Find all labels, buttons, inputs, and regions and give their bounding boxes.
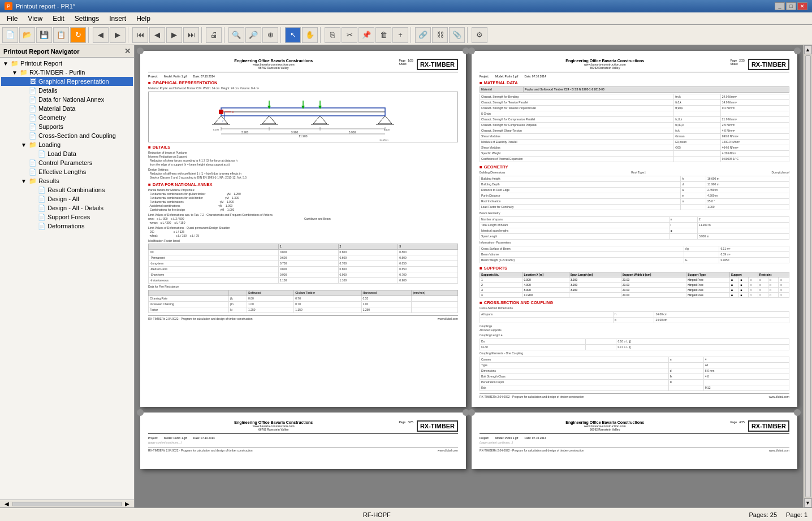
folder-icon: 📁 bbox=[28, 141, 37, 149]
tree-item-support-forces[interactable]: 📄 Support Forces bbox=[1, 212, 133, 222]
menu-edit[interactable]: Edit bbox=[48, 14, 69, 24]
tree-item-printout-report[interactable]: ▼ 📁 Printout Report bbox=[1, 59, 133, 68]
menu-view[interactable]: View bbox=[23, 14, 47, 24]
main-layout: Printout Report Navigator ✕ ▼ 📁 Printout… bbox=[0, 45, 812, 507]
save-button[interactable]: 💾 bbox=[36, 27, 52, 43]
expand-icon bbox=[19, 124, 28, 130]
toolbar-sep-1 bbox=[88, 27, 90, 43]
link-button[interactable]: 🔗 bbox=[415, 27, 431, 43]
page-4: Engineering Office Bavaria Constructions… bbox=[472, 413, 797, 469]
tree-item-result-combinations[interactable]: 📄 Result Combinations bbox=[1, 185, 133, 194]
next-button[interactable]: ▶ bbox=[166, 27, 182, 43]
zoomin-button[interactable]: 🔍 bbox=[228, 27, 244, 43]
content-area[interactable]: Engineering Office Bavaria Constructions… bbox=[135, 45, 803, 507]
unlink-button[interactable]: ⛓ bbox=[432, 27, 448, 43]
tree-item-graphical-representation[interactable]: 🖼 Graphical Representation bbox=[1, 77, 133, 86]
doc-icon: 📄 bbox=[28, 123, 37, 131]
first-button[interactable]: ⏮ bbox=[132, 27, 148, 43]
tree-item-design-all[interactable]: 📄 Design - All bbox=[1, 194, 133, 203]
pan-button[interactable]: ✋ bbox=[302, 27, 318, 43]
tree-item-control-parameters[interactable]: 📄 Control Parameters bbox=[1, 158, 133, 167]
tree-item-results[interactable]: ▼ 📁 Results bbox=[1, 176, 133, 185]
tree-item-supports[interactable]: 📄 Supports bbox=[1, 122, 133, 131]
insert-button[interactable]: + bbox=[392, 27, 408, 43]
saveas-button[interactable]: 📋 bbox=[53, 27, 69, 43]
tree-item-details[interactable]: 📄 Details bbox=[1, 86, 133, 95]
scroll-left[interactable]: ◀ bbox=[1, 501, 12, 507]
menu-insert[interactable]: Insert bbox=[105, 14, 131, 24]
expand-icon bbox=[19, 115, 28, 121]
page-meta-right-4: Page4/25 RX-TIMBER bbox=[730, 420, 789, 432]
copy-button[interactable]: ⎘ bbox=[325, 27, 340, 43]
svg-text:3.900: 3.900 bbox=[241, 131, 249, 134]
page-header-3: Engineering Office Bavaria Constructions… bbox=[148, 420, 458, 434]
section-supports: ■ SUPPORTS bbox=[480, 266, 789, 271]
maximize-button[interactable]: □ bbox=[786, 2, 796, 10]
zoomout-button[interactable]: 🔎 bbox=[245, 27, 261, 43]
settings-button[interactable]: ⚙ bbox=[472, 27, 487, 43]
zoomsel-button[interactable]: ⊕ bbox=[262, 27, 278, 43]
scroll-right[interactable]: ▶ bbox=[122, 501, 133, 507]
linkpage-button[interactable]: 📎 bbox=[449, 27, 465, 43]
tree-item-deformations[interactable]: 📄 Deformations bbox=[1, 222, 133, 231]
forward-button[interactable]: ▶ bbox=[110, 27, 126, 43]
scroll-up-button[interactable]: ▲ bbox=[804, 45, 812, 54]
national-annex-content: Partial factors for Material Properties:… bbox=[148, 188, 458, 212]
close-button[interactable]: ✕ bbox=[797, 2, 807, 10]
expand-icon[interactable]: ▼ bbox=[1, 60, 10, 67]
tree-label: Support Forces bbox=[46, 213, 133, 221]
tree-label: Load Data bbox=[46, 150, 133, 158]
tree-item-cross-section[interactable]: 📄 Cross-Section and Coupling bbox=[1, 131, 133, 140]
page-meta-right-3: Page3/25 RX-TIMBER bbox=[399, 420, 458, 432]
last-button[interactable]: ⏭ bbox=[183, 27, 199, 43]
nav-scroll-track[interactable] bbox=[12, 502, 122, 506]
paste-button[interactable]: 📌 bbox=[359, 27, 374, 43]
tree-item-geometry[interactable]: 📄 Geometry bbox=[1, 113, 133, 122]
menu-help[interactable]: Help bbox=[132, 14, 155, 24]
nav-scrollbar[interactable]: ◀ ▶ bbox=[0, 500, 134, 507]
tree-item-load-data[interactable]: 📄 Load Data bbox=[1, 149, 133, 158]
expand-icon[interactable]: ▼ bbox=[19, 142, 28, 148]
expand-icon bbox=[28, 196, 37, 202]
tree-item-effective-lengths[interactable]: 📄 Effective Lengths bbox=[1, 167, 133, 176]
menu-file[interactable]: File bbox=[2, 14, 22, 24]
delete-button[interactable]: 🗑 bbox=[375, 27, 391, 43]
minimize-button[interactable]: _ bbox=[775, 2, 785, 10]
page-3: Engineering Office Bavaria Constructions… bbox=[140, 413, 466, 469]
right-scrollbar[interactable]: ▲ ▼ bbox=[803, 45, 812, 507]
app-icon: P bbox=[5, 2, 12, 10]
open-button[interactable]: 📂 bbox=[19, 27, 35, 43]
toolbar-sep-2 bbox=[128, 27, 130, 43]
scroll-thumb[interactable] bbox=[805, 55, 811, 497]
page-info-4: Page4/25 bbox=[730, 420, 744, 424]
menu-settings[interactable]: Settings bbox=[70, 14, 103, 24]
new-button[interactable]: 📄 bbox=[2, 27, 18, 43]
prev-button[interactable]: ◀ bbox=[149, 27, 165, 43]
expand-icon bbox=[19, 79, 28, 85]
tree-item-loading[interactable]: ▼ 📁 Loading bbox=[1, 140, 133, 149]
footer-url: www.dlubal.com bbox=[438, 317, 458, 321]
refresh-button[interactable]: ↻ bbox=[70, 27, 86, 43]
expand-icon[interactable]: ▼ bbox=[10, 70, 19, 76]
cut-button[interactable]: ✂ bbox=[342, 27, 357, 43]
back-button[interactable]: ◀ bbox=[93, 27, 109, 43]
tree-item-rx-timber[interactable]: ▼ 📁 RX-TIMBER - Purlin bbox=[1, 68, 133, 77]
details-content: Reduction of beam at Purslane Moment Red… bbox=[148, 151, 458, 180]
print-button[interactable]: 🖨 bbox=[206, 27, 222, 43]
beam-drawing: 3.900 3.900 3.900 11.900 bbox=[148, 92, 458, 142]
tree-item-national-annex[interactable]: 📄 Data for National Annex bbox=[1, 95, 133, 104]
nav-close-button[interactable]: ✕ bbox=[124, 47, 131, 55]
toolbar-sep-8 bbox=[467, 27, 469, 43]
tree-label: Material Data bbox=[37, 105, 133, 112]
tree-item-material-data[interactable]: 📄 Material Data bbox=[1, 104, 133, 113]
expand-icon[interactable]: ▼ bbox=[19, 178, 28, 184]
title-bar-content: P Printout report - PR1* bbox=[5, 2, 75, 10]
page-footer-1: RX-TIMBERit 2.04.0022 - Program for calc… bbox=[148, 315, 458, 321]
nav-tree: ▼ 📁 Printout Report ▼ 📁 RX-TIMBER - Purl… bbox=[0, 58, 134, 500]
scroll-down-button[interactable]: ▼ bbox=[804, 498, 812, 507]
toolbar: 📄 📂 💾 📋 ↻ ◀ ▶ ⏮ ◀ ▶ ⏭ 🖨 🔍 🔎 ⊕ ↖ ✋ ⎘ ✂ 📌 … bbox=[0, 25, 812, 45]
tree-item-design-all-details[interactable]: 📄 Design - All - Details bbox=[1, 203, 133, 212]
nav-title: Printout Report Navigator bbox=[3, 48, 79, 55]
select-button[interactable]: ↖ bbox=[285, 27, 301, 43]
material-note: Material: Poplar and Softwood Timber C24… bbox=[148, 86, 458, 90]
